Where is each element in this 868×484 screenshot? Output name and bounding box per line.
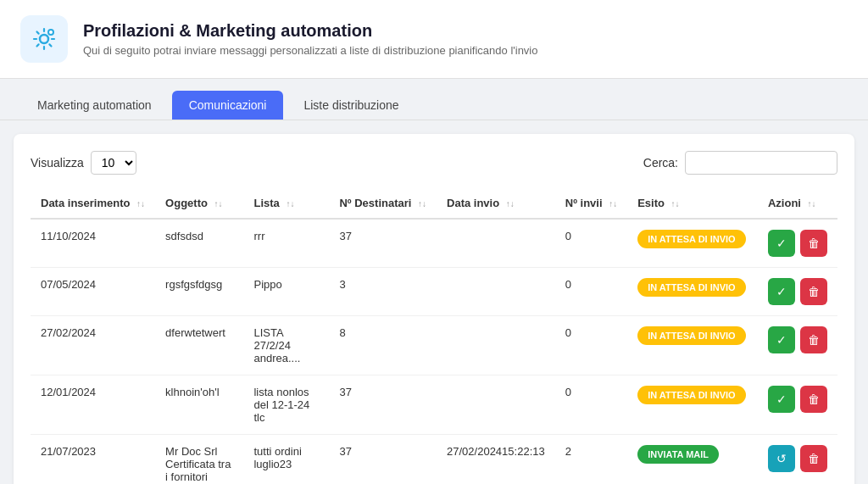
tab-marketing[interactable]: Marketing automation [20, 91, 169, 120]
cell-esito: IN ATTESA DI INVIO [627, 376, 758, 435]
cell-data-invio [437, 219, 555, 268]
table-row: 27/02/2024 dferwtetwert LISTA 27/2/24 an… [31, 316, 837, 376]
refresh-button[interactable]: ↺ [768, 445, 795, 472]
header-text: Profilazioni & Marketing automation Qui … [83, 21, 538, 57]
visualizza-select[interactable]: 10 25 50 [91, 151, 136, 175]
cell-lista: lista nonlos del 12-1-24 tlc [243, 376, 329, 435]
cell-data: 11/10/2024 [31, 219, 155, 268]
action-buttons: ↺🗑 [768, 445, 827, 472]
sort-icon-invio[interactable]: ↑↓ [506, 199, 515, 209]
search-input[interactable] [685, 151, 837, 175]
col-header-invio: Data invio ↑↓ [437, 188, 555, 219]
page-title: Profilazioni & Marketing automation [83, 21, 538, 41]
sort-icon-esito[interactable]: ↑↓ [671, 199, 680, 209]
header-icon [20, 15, 68, 63]
sort-icon-invii[interactable]: ↑↓ [609, 199, 617, 209]
status-badge: INVIATA MAIL [637, 445, 719, 464]
main-content: Visualizza 10 25 50 Cerca: Data inserime… [14, 134, 854, 484]
table-body: 11/10/2024 sdfsdsd rrr 37 0 IN ATTESA DI… [31, 219, 837, 484]
cell-oggetto: Mr Doc Srl Certificata tra i fornitori d… [155, 435, 243, 485]
cell-oggetto: sdfsdsd [155, 219, 243, 268]
page-subtitle: Qui di seguito potrai inviare messaggi p… [83, 44, 538, 57]
action-buttons: ✓🗑 [768, 278, 827, 305]
edit-button[interactable]: ✓ [768, 278, 795, 305]
cell-azioni: ↺🗑 [758, 435, 837, 485]
cell-invii: 2 [555, 435, 627, 485]
tabs-bar: Marketing automation Comunicazioni Liste… [0, 79, 868, 120]
cell-invii: 0 [555, 316, 627, 376]
status-badge: IN ATTESA DI INVIO [637, 230, 746, 248]
cell-destinatari: 37 [329, 376, 437, 435]
sort-icon-dest[interactable]: ↑↓ [418, 199, 426, 209]
cell-oggetto: klhnoin'oh'l [155, 376, 243, 435]
cell-lista: rrr [243, 219, 329, 268]
cell-data: 27/02/2024 [31, 316, 155, 376]
gear-icon [29, 24, 59, 54]
sort-icon-azioni[interactable]: ↑↓ [808, 199, 816, 209]
cell-destinatari: 8 [329, 316, 437, 376]
cell-lista: LISTA 27/2/24 andrea.... [243, 316, 329, 376]
col-header-esito: Esito ↑↓ [627, 188, 758, 219]
table-row: 21/07/2023 Mr Doc Srl Certificata tra i … [31, 435, 837, 485]
data-table: Data inserimento ↑↓ Oggetto ↑↓ Lista ↑↓ … [31, 188, 837, 484]
table-header-row: Data inserimento ↑↓ Oggetto ↑↓ Lista ↑↓ … [31, 188, 837, 219]
tab-liste[interactable]: Liste distribuzione [287, 91, 415, 120]
cell-data: 07/05/2024 [31, 268, 155, 316]
sort-icon-oggetto[interactable]: ↑↓ [214, 199, 223, 209]
table-row: 11/10/2024 sdfsdsd rrr 37 0 IN ATTESA DI… [31, 219, 837, 268]
cell-data-invio [437, 316, 555, 376]
cell-oggetto: rgsfgsfdgsg [155, 268, 243, 316]
sort-icon-data[interactable]: ↑↓ [136, 199, 145, 209]
cell-esito: IN ATTESA DI INVIO [627, 268, 758, 316]
page-header: Profilazioni & Marketing automation Qui … [0, 0, 868, 79]
tab-comunicazioni[interactable]: Comunicazioni [172, 91, 284, 120]
status-badge: IN ATTESA DI INVIO [637, 386, 746, 404]
cell-data-invio: 27/02/202415:22:13 [437, 435, 555, 485]
sort-icon-lista[interactable]: ↑↓ [286, 199, 294, 209]
edit-button[interactable]: ✓ [768, 230, 795, 257]
action-buttons: ✓🗑 [768, 386, 827, 413]
edit-button[interactable]: ✓ [768, 386, 795, 413]
cell-invii: 0 [555, 268, 627, 316]
status-badge: IN ATTESA DI INVIO [637, 326, 746, 345]
edit-button[interactable]: ✓ [768, 326, 795, 353]
col-header-destinatari: Nº Destinatari ↑↓ [329, 188, 437, 219]
cell-destinatari: 37 [329, 435, 437, 485]
cell-azioni: ✓🗑 [758, 219, 837, 268]
table-row: 07/05/2024 rgsfgsfdgsg Pippo 3 0 IN ATTE… [31, 268, 837, 316]
cell-esito: IN ATTESA DI INVIO [627, 219, 758, 268]
cell-invii: 0 [555, 219, 627, 268]
col-header-invii: Nº invii ↑↓ [555, 188, 627, 219]
action-buttons: ✓🗑 [768, 326, 827, 353]
toolbar-left: Visualizza 10 25 50 [31, 151, 136, 175]
table-row: 12/01/2024 klhnoin'oh'l lista nonlos del… [31, 376, 837, 435]
cell-data: 12/01/2024 [31, 376, 155, 435]
delete-button[interactable]: 🗑 [800, 278, 827, 305]
cell-oggetto: dferwtetwert [155, 316, 243, 376]
action-buttons: ✓🗑 [768, 230, 827, 257]
delete-button[interactable]: 🗑 [800, 326, 827, 353]
col-header-azioni: Azioni ↑↓ [758, 188, 837, 219]
cell-destinatari: 3 [329, 268, 437, 316]
delete-button[interactable]: 🗑 [800, 230, 827, 257]
cell-esito: IN ATTESA DI INVIO [627, 316, 758, 376]
cerca-label: Cerca: [643, 156, 678, 170]
col-header-lista: Lista ↑↓ [243, 188, 329, 219]
cell-invii: 0 [555, 376, 627, 435]
toolbar-right: Cerca: [643, 151, 837, 175]
cell-lista: Pippo [243, 268, 329, 316]
delete-button[interactable]: 🗑 [800, 386, 827, 413]
delete-button[interactable]: 🗑 [800, 445, 827, 472]
cell-data-invio [437, 268, 555, 316]
cell-destinatari: 37 [329, 219, 437, 268]
cell-esito: INVIATA MAIL [627, 435, 758, 485]
toolbar: Visualizza 10 25 50 Cerca: [31, 151, 837, 175]
svg-point-0 [40, 35, 48, 43]
svg-point-2 [49, 31, 53, 34]
cell-azioni: ✓🗑 [758, 268, 837, 316]
cell-azioni: ✓🗑 [758, 376, 837, 435]
col-header-oggetto: Oggetto ↑↓ [155, 188, 243, 219]
cell-lista: tutti ordini luglio23 [243, 435, 329, 485]
cell-data: 21/07/2023 [31, 435, 155, 485]
col-header-data: Data inserimento ↑↓ [31, 188, 155, 219]
